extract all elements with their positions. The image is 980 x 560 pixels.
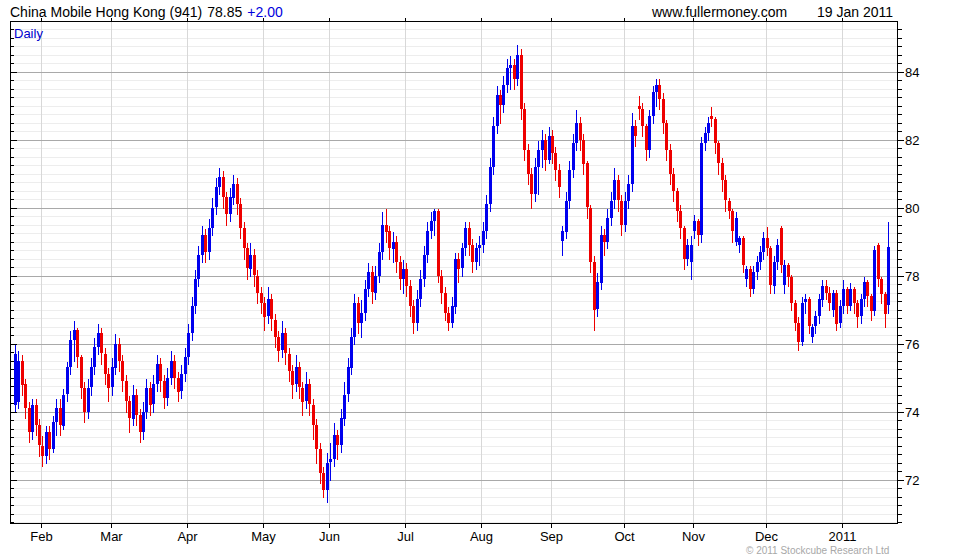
candle-body [128, 401, 131, 418]
candle-body [177, 378, 180, 392]
candle-body [419, 279, 422, 299]
candle-body [163, 381, 166, 398]
candle-body [249, 255, 252, 269]
candle-body [159, 364, 162, 381]
candle-body [381, 225, 384, 252]
candle-body [253, 255, 256, 275]
candle-body [818, 299, 821, 316]
candle-body [76, 330, 79, 357]
candle-body [516, 55, 519, 79]
candle-body [797, 323, 800, 342]
candle-body [717, 143, 720, 163]
candle-body [260, 293, 263, 303]
candle-body [849, 289, 852, 306]
candle-body [884, 294, 887, 314]
candle-body [606, 218, 609, 242]
candle-body [378, 252, 381, 276]
y-axis-labels: 72747678808284 [905, 65, 919, 488]
candle-body [655, 85, 658, 92]
candle-body [17, 361, 20, 402]
candle-body [291, 371, 294, 385]
candle-body [343, 395, 346, 419]
candle-body [21, 361, 24, 385]
candle-body [589, 208, 592, 262]
candle-body [90, 367, 93, 387]
candle-body [215, 187, 218, 207]
candle-body [624, 201, 627, 225]
candle-body [769, 248, 772, 285]
x-axis-label: Mar [100, 529, 123, 544]
candle-body [631, 126, 634, 184]
candle-body [544, 140, 547, 160]
candle-body [700, 143, 703, 235]
candle-body [502, 85, 505, 105]
x-axis-label: Aug [470, 529, 493, 544]
candle-body [322, 473, 325, 490]
candle-body [353, 303, 356, 337]
candle-body [125, 381, 128, 401]
interval-label: Daily [14, 26, 43, 41]
candle-body [658, 85, 661, 99]
candle-body [707, 123, 710, 133]
candle-body [329, 459, 332, 462]
candle-body [433, 211, 436, 221]
candle-body [218, 177, 221, 187]
candle-body [239, 204, 242, 228]
candle-body [395, 242, 398, 262]
candle-body [52, 422, 55, 449]
y-axis-label: 82 [905, 133, 919, 148]
candle-body [672, 174, 675, 191]
candle-body [416, 299, 419, 323]
candle-body [48, 432, 51, 449]
candle-body [211, 208, 214, 228]
candle-body [783, 265, 786, 285]
candle-body [319, 449, 322, 473]
candle-body [801, 303, 804, 342]
candle-body [194, 279, 197, 306]
candle-body [288, 354, 291, 371]
candle-body [613, 180, 616, 200]
candle-body [357, 303, 360, 323]
candle-body [437, 211, 440, 276]
x-axis-label: Jul [397, 529, 414, 544]
candle-body [267, 299, 270, 316]
candle-body [877, 245, 880, 279]
candle-body [506, 68, 509, 85]
candle-body [558, 170, 561, 187]
candle-body [87, 388, 90, 412]
candle-body [866, 282, 869, 296]
y-axis-label: 72 [905, 473, 919, 488]
candle-body [93, 347, 96, 367]
candle-body [600, 235, 603, 283]
candle-body [534, 167, 537, 194]
candle-body [738, 238, 741, 245]
candle-body [828, 293, 831, 303]
candle-body [83, 388, 86, 412]
candle-body [776, 245, 779, 262]
candle-body [596, 282, 599, 309]
candle-body [617, 180, 620, 200]
candle-body [697, 221, 700, 235]
x-axis-label: 2011 [829, 529, 857, 544]
candle-body [295, 367, 298, 384]
candle-body [561, 231, 564, 241]
candle-body [121, 361, 124, 381]
candle-body [423, 255, 426, 279]
candle-body [457, 259, 460, 269]
candle-body [236, 184, 239, 204]
candle-body [825, 286, 828, 293]
candle-body [839, 306, 842, 323]
candle-body [509, 65, 512, 68]
candle-body [804, 299, 807, 302]
candle-body [686, 245, 689, 259]
candle-body [846, 289, 849, 306]
candle-body [745, 269, 748, 279]
candle-body [554, 153, 557, 170]
candle-body [527, 150, 530, 174]
candle-body [780, 228, 783, 265]
candle-body [399, 262, 402, 279]
candle-body [35, 405, 38, 425]
candle-body [856, 303, 859, 317]
candle-body [41, 446, 44, 456]
copyright: © 2011 Stockcube Research Ltd [746, 545, 889, 556]
